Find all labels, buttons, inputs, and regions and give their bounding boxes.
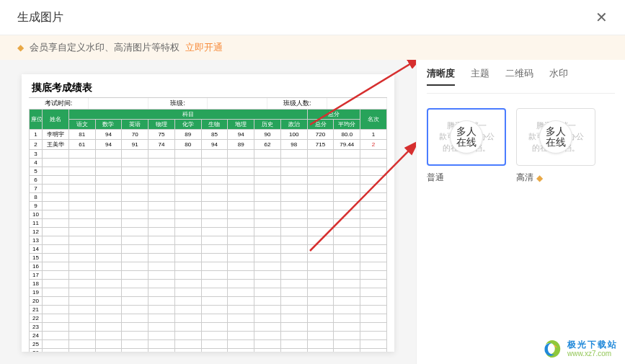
table-row: 18 <box>30 280 387 288</box>
table-row: 26 <box>30 349 387 352</box>
table-row: 24 <box>30 332 387 340</box>
table-row: 25 <box>30 340 387 349</box>
diamond-icon: ◆ <box>536 173 543 183</box>
tab-2[interactable]: 二维码 <box>505 67 533 86</box>
preview-pane: 摸底考成绩表 考试时间:班级:班级人数: 座位姓名科目总分名次 语文数学英语物理… <box>0 60 416 364</box>
thumb-circle-icon: 多人在线 <box>450 120 483 154</box>
table-row: 21 <box>30 306 387 314</box>
svg-line-1 <box>310 141 416 251</box>
banner-link[interactable]: 立即开通 <box>185 41 223 54</box>
banner-text: 会员享自定义水印、高清图片等特权 <box>30 41 179 54</box>
diamond-icon: ◆ <box>17 43 24 53</box>
vip-banner: ◆ 会员享自定义水印、高清图片等特权 立即开通 <box>0 35 625 60</box>
table-row: 23 <box>30 323 387 332</box>
site-watermark: 极光下载站 www.xz7.com <box>541 338 618 360</box>
table-row: 17 <box>30 271 387 280</box>
side-panel: 清晰度主题二维码水印 腾讯文档一款可以远程办公的在线文档。 多人在线 普通 腾讯… <box>416 60 625 364</box>
quality-option-hd[interactable]: 腾讯文档一款可以远程办公的在线文档。 多人在线 高清◆ <box>516 108 595 184</box>
svg-line-0 <box>310 60 416 125</box>
tab-0[interactable]: 清晰度 <box>427 67 455 86</box>
option-label-hd: 高清◆ <box>516 172 595 184</box>
tab-3[interactable]: 水印 <box>549 67 568 86</box>
tab-1[interactable]: 主题 <box>471 67 489 86</box>
option-label-normal: 普通 <box>427 172 506 184</box>
quality-option-normal[interactable]: 腾讯文档一款可以远程办公的在线文档。 多人在线 普通 <box>427 108 506 184</box>
close-icon[interactable]: ✕ <box>595 9 608 26</box>
thumb-circle-icon: 多人在线 <box>539 120 572 154</box>
table-row: 16 <box>30 262 387 271</box>
table-row: 20 <box>30 297 387 306</box>
dialog-title: 生成图片 <box>17 10 63 25</box>
logo-icon <box>541 338 563 360</box>
table-row: 19 <box>30 288 387 297</box>
table-row: 22 <box>30 314 387 323</box>
